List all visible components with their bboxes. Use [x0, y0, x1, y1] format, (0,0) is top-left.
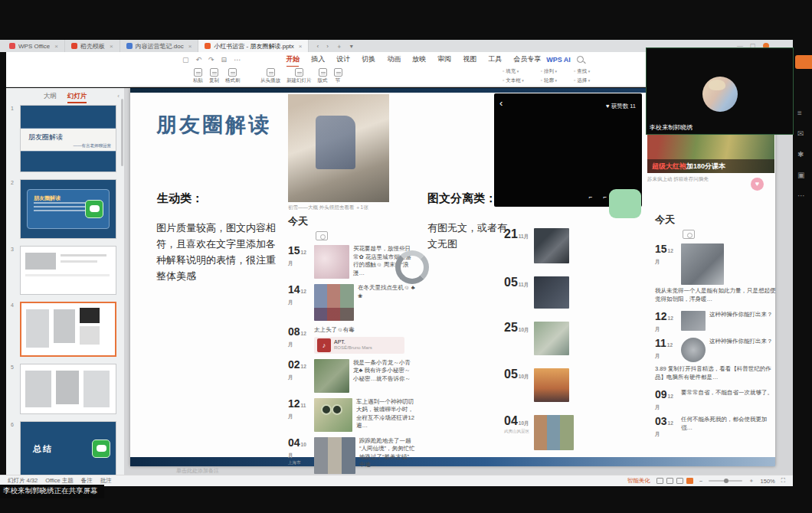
toolbar-button[interactable]: 选择: [574, 77, 590, 84]
slide-thumbnail[interactable]: [20, 302, 116, 357]
toolbar-button-label: 复制: [209, 77, 219, 84]
zoom-out-button[interactable]: −: [699, 478, 702, 485]
tab-slides[interactable]: 幻灯片: [67, 92, 87, 103]
print-icon[interactable]: ⊟: [221, 56, 228, 64]
toolbar-button[interactable]: 复制: [209, 68, 219, 84]
slide-thumbnail[interactable]: 朋友圈解读——有言老师聊运营: [20, 105, 116, 172]
toolbar-button[interactable]: 版式: [318, 68, 328, 84]
feed-date: 2111月: [504, 228, 530, 263]
toolbar-button[interactable]: 从头播放: [260, 68, 280, 84]
undo-icon[interactable]: ↶: [196, 56, 202, 64]
toolbar-button[interactable]: 填充: [503, 68, 524, 75]
chat-icon[interactable]: ✉: [797, 129, 805, 138]
sorter-view-icon[interactable]: [666, 478, 673, 484]
feed-entry: 1412月在冬天里找点生机☺ ♣ ❀: [288, 284, 415, 321]
slideshow-icon[interactable]: [686, 478, 693, 484]
panel-scrollbar[interactable]: [121, 99, 123, 166]
ribbon-menu[interactable]: 放映: [411, 53, 427, 66]
slide-thumbnail[interactable]: [20, 364, 116, 414]
feed-entry: 1512月: [655, 243, 776, 285]
panel-collapse-icon[interactable]: ‹: [117, 93, 120, 100]
normal-view-icon[interactable]: [656, 478, 663, 484]
toolbar-stack: 查找选择: [574, 68, 590, 84]
feed-month: 10月: [519, 420, 529, 426]
feed-date: 0410月上海市: [288, 437, 310, 474]
redo-icon[interactable]: ↷: [208, 56, 214, 64]
ribbon-menu[interactable]: 动画: [386, 53, 401, 66]
thumbnail-wrap: 5: [11, 364, 120, 414]
share-button[interactable]: [795, 55, 812, 69]
thumb-block: [61, 260, 97, 263]
read-view-icon[interactable]: [676, 478, 683, 484]
letterbox-left: [0, 40, 6, 486]
toolbar-button-icon: [210, 68, 218, 77]
ribbon-menu[interactable]: 开始: [285, 53, 300, 66]
feed-text: 任何不能杀死我的，都会使我更加强…: [681, 416, 776, 437]
save-icon[interactable]: ▢: [182, 56, 189, 64]
slide-thumbnail[interactable]: [20, 246, 116, 295]
slide-thumbnail[interactable]: 总结: [20, 421, 116, 476]
zoom-slider[interactable]: [709, 480, 742, 482]
feed-month: 12月: [655, 315, 673, 332]
tab-control-icon[interactable]: ▾: [350, 43, 353, 50]
zoom-level[interactable]: 150%: [761, 478, 775, 485]
camera-icon: [683, 230, 695, 239]
fit-screen-icon[interactable]: ⛶: [781, 477, 785, 485]
toolbar-button[interactable]: 文本框: [503, 77, 524, 84]
toolbar-button[interactable]: 新建幻灯片: [286, 68, 312, 84]
ribbon-menu[interactable]: 会员专享: [512, 53, 542, 66]
meeting-right-rail: [793, 0, 812, 513]
beautify-button[interactable]: 智能美化: [627, 477, 650, 485]
feed-month: 12月: [655, 420, 673, 436]
tab-control-icon[interactable]: ‹: [316, 43, 319, 50]
tab-control-icon[interactable]: ＋: [336, 42, 342, 51]
more-icon[interactable]: ⋯: [797, 191, 805, 200]
feed-photo: [314, 398, 352, 432]
tab-control-icon[interactable]: ›: [326, 43, 329, 50]
more-icon[interactable]: ⋯: [234, 56, 241, 64]
window-tab[interactable]: WPS Office×: [3, 40, 65, 52]
share-icon[interactable]: ✱: [797, 150, 805, 158]
meeting-sidebar: ≡✉✱▣⋯: [797, 109, 805, 200]
moments-photo-caption: 初雪——大概 外头很想去看看 ＋1张: [288, 204, 403, 211]
notes-toggle[interactable]: 备注: [81, 477, 93, 485]
notes-hint[interactable]: 单击此处添加备注: [176, 467, 219, 475]
toolbar-button[interactable]: 格式刷: [225, 68, 241, 84]
ribbon-menu[interactable]: 设计: [336, 53, 351, 66]
section-heading-split: 图文分离类：: [427, 191, 496, 206]
toolbar-button[interactable]: 查找: [574, 68, 590, 75]
ribbon-menu[interactable]: 视图: [462, 53, 477, 66]
slide-thumbnail[interactable]: 朋友圈解读: [20, 179, 116, 239]
members-icon[interactable]: ≡: [797, 109, 805, 117]
close-tab-icon[interactable]: ×: [299, 43, 303, 50]
tab-outline[interactable]: 大纲: [44, 92, 57, 103]
webcam-tile[interactable]: 李校来制郭晓绣: [646, 47, 794, 135]
docs-icon[interactable]: ▣: [797, 171, 805, 179]
toolbar-button[interactable]: 粘贴: [193, 68, 203, 84]
toolbar-button[interactable]: 节: [334, 68, 342, 84]
thumbnail-number: 5: [11, 364, 14, 370]
close-tab-icon[interactable]: ×: [110, 43, 113, 50]
wps-ai-menu[interactable]: WPS AI: [546, 56, 571, 64]
theme-name[interactable]: Office 主题: [45, 477, 74, 485]
toolbar-button[interactable]: 轮廓: [541, 77, 557, 84]
ribbon-menu[interactable]: 插入: [310, 53, 326, 66]
ribbon-menu[interactable]: 工具: [487, 53, 503, 66]
window-tab[interactable]: 内容运营笔记.doc×: [120, 40, 199, 52]
comments-toggle[interactable]: 批注: [100, 477, 112, 485]
slide-canvas[interactable]: 朋友圈解读 生动类： 图片质量较高，图文内容相符，且喜欢在文字里添加各种解释说明…: [130, 88, 775, 466]
status-left: 幻灯片 4/32 Office 主题 备注 批注: [8, 477, 112, 485]
feed-day: 0312月: [655, 416, 677, 437]
window-tab[interactable]: 小红书运营 - 朋友圈解读.pptx×: [198, 40, 309, 52]
ribbon-menu[interactable]: 切换: [361, 53, 376, 66]
search-icon[interactable]: [577, 56, 584, 63]
close-tab-icon[interactable]: ×: [188, 43, 192, 50]
zoom-knob[interactable]: [724, 479, 729, 483]
thumb-block: [56, 371, 79, 404]
ribbon-menu[interactable]: 审阅: [437, 53, 452, 66]
close-tab-icon[interactable]: ×: [54, 43, 58, 50]
zoom-in-button[interactable]: ＋: [748, 477, 755, 485]
feed-entry: 0510月: [504, 368, 581, 402]
toolbar-button[interactable]: 排列: [541, 68, 557, 75]
window-tab[interactable]: 稻壳模板×: [65, 40, 120, 52]
